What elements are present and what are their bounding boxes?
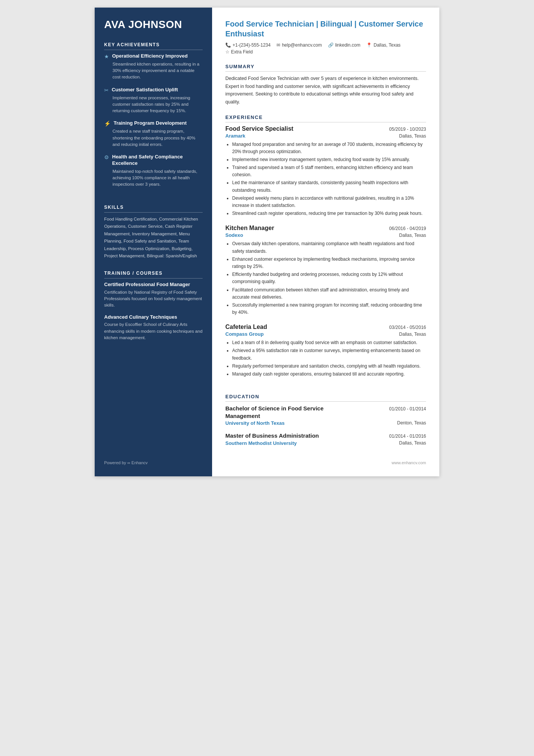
linkedin-url: linkedin.com <box>335 42 361 48</box>
bullet-item: Streamlined cash register operations, re… <box>232 210 426 217</box>
edu-header: Master of Business Administration 01/201… <box>225 432 426 440</box>
email-address: help@enhancv.com <box>282 42 322 48</box>
summary-text: Dedicated Food Service Technician with o… <box>225 75 426 106</box>
experience-entry: Food Service Specialist 05/2019 - 10/202… <box>225 125 426 218</box>
edu-header: Bachelor of Science in Food Service Mana… <box>225 405 426 419</box>
bullet-item: Trained and supervised a team of 5 staff… <box>232 164 426 178</box>
phone-icon: 📞 <box>225 42 231 48</box>
achievement-icon: ⚡ <box>104 121 111 127</box>
star-icon: ☆ <box>225 49 230 55</box>
achievement-desc: Created a new staff training program, sh… <box>112 128 203 148</box>
exp-header: Kitchen Manager 06/2016 - 04/2019 <box>225 225 426 232</box>
contact-row-1: 📞 +1-(234)-555-1234 ✉ help@enhancv.com 🔗… <box>225 42 426 48</box>
bullet-item: Managed food preparation and serving for… <box>232 141 426 155</box>
exp-header: Cafeteria Lead 03/2014 - 05/2016 <box>225 324 426 330</box>
training-desc: Certification by National Registry of Fo… <box>104 289 203 309</box>
footer-url: www.enhancv.com <box>392 460 426 465</box>
exp-date: 06/2016 - 04/2019 <box>389 226 426 231</box>
bullet-item: Regularly performed temperature and sani… <box>232 363 426 370</box>
email-contact: ✉ help@enhancv.com <box>276 42 322 48</box>
training-item: Advanced Culinary Techniques Course by E… <box>104 314 203 341</box>
experience-entry: Kitchen Manager 06/2016 - 04/2019 Sodexo… <box>225 225 426 316</box>
exp-role: Cafeteria Lead <box>225 324 267 330</box>
training-section: TRAINING / COURSES Certified Professiona… <box>104 271 203 346</box>
main-footer: www.enhancv.com <box>225 460 426 465</box>
summary-section: SUMMARY Dedicated Food Service Technicia… <box>225 64 426 106</box>
exp-date: 05/2019 - 10/2023 <box>389 127 426 132</box>
bullet-item: Enhanced customer experience by implemen… <box>232 256 426 270</box>
bullet-item: Successfully implemented a new training … <box>232 302 426 316</box>
exp-bullets: Managed food preparation and serving for… <box>232 141 426 218</box>
experience-title: EXPERIENCE <box>225 114 426 122</box>
bullet-item: Facilitated communication between kitche… <box>232 286 426 301</box>
location-contact: 📍 Dallas, Texas <box>366 42 400 48</box>
contact-row-2: ☆ Extra Field <box>225 49 426 55</box>
achievements-section: KEY ACHIEVEMENTS ★ Operational Efficienc… <box>104 42 203 194</box>
experience-section: EXPERIENCE Food Service Specialist 05/20… <box>225 114 426 386</box>
achievement-icon: ★ <box>104 53 109 59</box>
edu-date: 01/2010 - 01/2014 <box>389 406 426 412</box>
edu-sub: Southern Methodist University Dallas, Te… <box>225 440 426 446</box>
edu-location: Denton, Texas <box>397 420 426 426</box>
bullet-item: Managed daily cash register operations, … <box>232 371 426 378</box>
powered-by-text: Powered by ∞ Enhancv <box>104 460 148 465</box>
education-entry: Bachelor of Science in Food Service Mana… <box>225 405 426 426</box>
edu-sub: University of North Texas Denton, Texas <box>225 420 426 426</box>
main-header: Food Service Technician | Bilingual | Cu… <box>225 19 426 56</box>
resume-page: AVA JOHNSON KEY ACHIEVEMENTS ★ Operation… <box>95 8 439 476</box>
sidebar-footer: Powered by ∞ Enhancv <box>104 460 203 465</box>
achievement-desc: Streamlined kitchen operations, resultin… <box>112 61 203 81</box>
location-text: Dallas, Texas <box>373 42 400 48</box>
edu-location: Dallas, Texas <box>399 440 426 446</box>
achievement-header: ⚙ Health and Safety Compliance Excellenc… <box>104 154 203 167</box>
exp-sub: Sodexo Dallas, Texas <box>225 232 426 238</box>
achievement-header: ★ Operational Efficiency Improved <box>104 53 203 59</box>
bullet-item: Led a team of 8 in delivering quality fo… <box>232 339 426 346</box>
bullet-item: Implemented new inventory management sys… <box>232 156 426 163</box>
achievement-item: ⚡ Training Program Development Created a… <box>104 120 203 148</box>
achievement-title: Training Program Development <box>114 120 187 127</box>
achievements-title: KEY ACHIEVEMENTS <box>104 42 203 50</box>
extra-contact: ☆ Extra Field <box>225 49 253 55</box>
edu-date: 01/2014 - 01/2016 <box>389 434 426 439</box>
linkedin-icon: 🔗 <box>328 42 334 48</box>
edu-school: University of North Texas <box>225 420 285 426</box>
extra-field: Extra Field <box>231 49 253 55</box>
exp-bullets: Oversaw daily kitchen operations, mainta… <box>232 240 426 316</box>
exp-sub: Compass Group Dallas, Texas <box>225 331 426 337</box>
skills-text: Food Handling Certification, Commercial … <box>104 216 203 260</box>
sidebar: AVA JOHNSON KEY ACHIEVEMENTS ★ Operation… <box>95 8 212 476</box>
candidate-name: AVA JOHNSON <box>104 19 203 31</box>
exp-date: 03/2014 - 05/2016 <box>389 325 426 330</box>
edu-degree: Master of Business Administration <box>225 432 319 440</box>
experience-entry: Cafeteria Lead 03/2014 - 05/2016 Compass… <box>225 324 426 378</box>
achievement-title: Customer Satisfaction Uplift <box>112 87 178 93</box>
bullet-item: Led the maintenance of sanitary standard… <box>232 179 426 194</box>
exp-location: Dallas, Texas <box>399 233 426 238</box>
education-entry: Master of Business Administration 01/201… <box>225 432 426 446</box>
achievement-item: ✂ Customer Satisfaction Uplift Implement… <box>104 87 203 114</box>
training-item: Certified Professional Food Manager Cert… <box>104 282 203 309</box>
bullet-item: Efficiently handled budgeting and orderi… <box>232 271 426 285</box>
training-desc: Course by Escoffier School of Culinary A… <box>104 321 203 341</box>
achievement-item: ⚙ Health and Safety Compliance Excellenc… <box>104 154 203 188</box>
bullet-item: Oversaw daily kitchen operations, mainta… <box>232 240 426 255</box>
achievement-icon: ⚙ <box>104 154 109 160</box>
bullet-item: Achieved a 95% satisfaction rate in cust… <box>232 347 426 362</box>
achievement-header: ⚡ Training Program Development <box>104 120 203 127</box>
main-content: Food Service Technician | Bilingual | Cu… <box>212 8 439 476</box>
education-title: EDUCATION <box>225 394 426 402</box>
skills-section: SKILLS Food Handling Certification, Comm… <box>104 205 203 260</box>
phone-number: +1-(234)-555-1234 <box>233 42 270 48</box>
phone-contact: 📞 +1-(234)-555-1234 <box>225 42 270 48</box>
education-section: EDUCATION Bachelor of Science in Food Se… <box>225 394 426 452</box>
email-icon: ✉ <box>276 42 280 48</box>
exp-sub: Aramark Dallas, Texas <box>225 133 426 139</box>
exp-role: Food Service Specialist <box>225 125 294 132</box>
summary-title: SUMMARY <box>225 64 426 72</box>
achievement-desc: Maintained top-notch food safety standar… <box>112 168 203 188</box>
exp-header: Food Service Specialist 05/2019 - 10/202… <box>225 125 426 132</box>
exp-location: Dallas, Texas <box>399 133 426 139</box>
achievement-desc: Implemented new processes, increasing cu… <box>112 95 203 114</box>
exp-role: Kitchen Manager <box>225 225 274 232</box>
